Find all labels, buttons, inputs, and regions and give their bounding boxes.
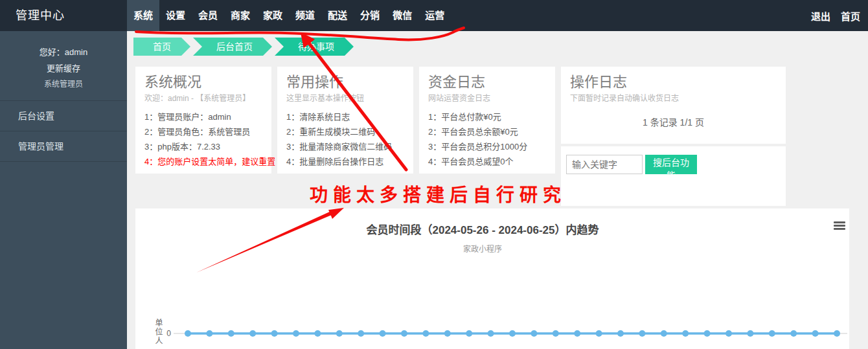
app-title: 管理中心: [0, 0, 127, 31]
panel-title: 常用操作: [286, 74, 404, 90]
user-role-text: 系统管理员: [0, 78, 127, 89]
fund-log-list: 1：平台总付款¥0元2：平台会员总余额¥0元3：平台会员总积分1000分4：平台…: [428, 109, 546, 169]
operation-link[interactable]: 4：批量删除后台操作日志: [286, 154, 404, 169]
svg-text:0: 0: [166, 329, 171, 338]
panel-system-overview: 系统概况 欢迎：admin - 【系统管理员】 1：管理员账户：admin2：管…: [135, 67, 271, 174]
greeting-text: 您好：admin: [0, 45, 127, 58]
search-backend-button[interactable]: 搜后台功能: [645, 155, 697, 174]
breadcrumb-item[interactable]: 首页: [133, 38, 190, 56]
breadcrumb-item[interactable]: 待办事项: [275, 38, 354, 56]
list-item: 3：php版本：7.2.33: [144, 139, 262, 154]
top-navbar: 管理中心 系统设置会员商家家政频道配送分销微信运营 退出 首页: [0, 0, 868, 31]
top-nav-menu: 系统设置会员商家家政频道配送分销微信运营: [127, 0, 451, 31]
list-item: 2：平台会员总余额¥0元: [428, 124, 546, 139]
nav-item[interactable]: 会员: [192, 0, 224, 31]
list-item: 4：平台会员总威望0个: [428, 154, 546, 169]
panel-title: 操作日志: [570, 74, 777, 90]
nav-item[interactable]: 家政: [257, 0, 289, 31]
sidebar-user-block: 您好：admin 更新缓存 系统管理员: [0, 31, 127, 101]
home-link[interactable]: 首页: [841, 9, 860, 23]
panel-title: 资金日志: [428, 74, 546, 90]
refresh-cache-link[interactable]: 更新缓存: [0, 62, 127, 74]
topbar-right: 退出 首页: [811, 0, 868, 31]
panel-backend-search: 搜后台功能: [561, 146, 786, 206]
sidebar-menu-item[interactable]: 管理员管理: [0, 131, 127, 162]
nav-item[interactable]: 商家: [224, 0, 257, 31]
trend-chart-panel: 会员时间段（2024-05-26 - 2024-06-25）内趋势 家政小程序 …: [135, 208, 849, 349]
logout-link[interactable]: 退出: [811, 9, 830, 23]
panel-subtitle: 下面暂时记录自动确认收货日志: [570, 94, 777, 104]
sidebar-menu-item[interactable]: 后台设置: [0, 101, 127, 131]
list-item: 1：管理员账户：admin: [144, 109, 262, 124]
panel-title: 系统概况: [144, 74, 262, 90]
trend-chart-plot: 0: [135, 208, 849, 349]
list-item: 2：管理员角色：系统管理员: [144, 124, 262, 139]
panel-fund-log: 资金日志 网站运营资金日志 1：平台总付款¥0元2：平台会员总余额¥0元3：平台…: [419, 67, 555, 174]
sidebar-menu: 后台设置管理员管理: [0, 101, 127, 162]
list-item: 1：平台总付款¥0元: [428, 109, 546, 124]
panel-subtitle: 这里显示基本操作按钮: [286, 94, 404, 104]
nav-item[interactable]: 配送: [321, 0, 354, 31]
nav-item[interactable]: 运营: [418, 0, 451, 31]
list-item: 4：您的账户设置太简单，建议重置: [144, 154, 262, 169]
nav-item[interactable]: 设置: [159, 0, 192, 31]
common-operations-list: 1：清除系统日志2：重新生成模块二维码3：批量清除商家微信二维码4：批量删除后台…: [286, 109, 404, 169]
breadcrumb-item[interactable]: 后台首页: [193, 38, 272, 56]
breadcrumb: 首页后台首页待办事项: [133, 38, 354, 56]
operation-link[interactable]: 3：批量清除商家微信二维码: [286, 139, 404, 154]
operation-link[interactable]: 2：重新生成模块二维码: [286, 124, 404, 139]
panel-common-operations: 常用操作 这里显示基本操作按钮 1：清除系统日志2：重新生成模块二维码3：批量清…: [277, 67, 413, 174]
panel-subtitle: 欢迎：admin - 【系统管理员】: [144, 94, 262, 104]
operation-link[interactable]: 1：清除系统日志: [286, 109, 404, 124]
nav-item[interactable]: 系统: [127, 0, 159, 31]
nav-item[interactable]: 微信: [386, 0, 418, 31]
panel-operation-log: 操作日志 下面暂时记录自动确认收货日志 1 条记录 1/1 页: [561, 67, 786, 144]
nav-item[interactable]: 频道: [289, 0, 321, 31]
panel-column-right: 操作日志 下面暂时记录自动确认收货日志 1 条记录 1/1 页 搜后台功能: [561, 67, 786, 206]
panel-subtitle: 网站运营资金日志: [428, 94, 546, 104]
search-input[interactable]: [566, 155, 643, 174]
sidebar: 您好：admin 更新缓存 系统管理员 后台设置管理员管理: [0, 31, 127, 349]
record-count-text: 1 条记录 1/1 页: [570, 115, 777, 128]
system-overview-list: 1：管理员账户：admin2：管理员角色：系统管理员3：php版本：7.2.33…: [144, 109, 262, 169]
red-annotation-text: 功能太多搭建后自行研究: [310, 181, 566, 207]
nav-item[interactable]: 分销: [354, 0, 386, 31]
list-item: 3：平台会员总积分1000分: [428, 139, 546, 154]
